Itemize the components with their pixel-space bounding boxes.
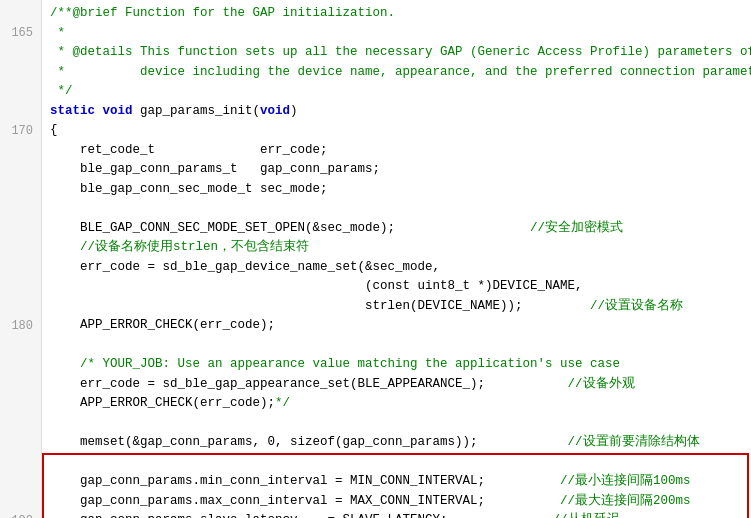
code-line: static void gap_params_init(void) [50,102,743,122]
line-number [8,180,33,200]
line-number [8,160,33,180]
line-number [8,82,33,102]
code-content[interactable]: /**@brief Function for the GAP initializ… [42,0,751,518]
line-number [8,63,33,83]
line-number [8,277,33,297]
code-line [50,414,743,434]
line-number [8,375,33,395]
code-line: (const uint8_t *)DEVICE_NAME, [50,277,743,297]
code-editor: 165170180190 /**@brief Function for the … [0,0,751,518]
code-line: gap_conn_params.min_conn_interval = MIN_… [50,472,743,492]
line-number [8,433,33,453]
code-line: * device including the device name, appe… [50,63,743,83]
line-number [8,199,33,219]
line-number [8,141,33,161]
code-line: ble_gap_conn_params_t gap_conn_params; [50,160,743,180]
code-line: * @details This function sets up all the… [50,43,743,63]
line-number [8,238,33,258]
code-line: err_code = sd_ble_gap_appearance_set(BLE… [50,375,743,395]
code-line [50,199,743,219]
line-number [8,4,33,24]
code-line: gap_conn_params.slave_latency = SLAVE_LA… [50,511,743,518]
code-line: { [50,121,743,141]
line-number [8,258,33,278]
line-number [8,219,33,239]
line-number [8,102,33,122]
code-line: APP_ERROR_CHECK(err_code); [50,316,743,336]
code-line: ret_code_t err_code; [50,141,743,161]
code-line: err_code = sd_ble_gap_device_name_set(&s… [50,258,743,278]
line-number [8,414,33,434]
code-line: * [50,24,743,44]
code-line: */ [50,82,743,102]
line-number: 170 [8,121,33,141]
code-line: strlen(DEVICE_NAME)); //设置设备名称 [50,297,743,317]
code-line [50,453,743,473]
line-number: 190 [8,511,33,518]
line-number [8,336,33,356]
line-number: 165 [8,24,33,44]
code-line [50,336,743,356]
code-line: gap_conn_params.max_conn_interval = MAX_… [50,492,743,512]
code-line: BLE_GAP_CONN_SEC_MODE_SET_OPEN(&sec_mode… [50,219,743,239]
line-number [8,43,33,63]
line-number [8,472,33,492]
code-line: memset(&gap_conn_params, 0, sizeof(gap_c… [50,433,743,453]
code-line: /**@brief Function for the GAP initializ… [50,4,743,24]
code-line: /* YOUR_JOB: Use an appearance value mat… [50,355,743,375]
line-number [8,394,33,414]
line-number [8,453,33,473]
line-number: 180 [8,316,33,336]
line-numbers: 165170180190 [0,0,42,518]
code-line: //设备名称使用strlen，不包含结束符 [50,238,743,258]
line-number [8,355,33,375]
line-number [8,492,33,512]
code-line: APP_ERROR_CHECK(err_code);*/ [50,394,743,414]
line-number [8,297,33,317]
code-line: ble_gap_conn_sec_mode_t sec_mode; [50,180,743,200]
